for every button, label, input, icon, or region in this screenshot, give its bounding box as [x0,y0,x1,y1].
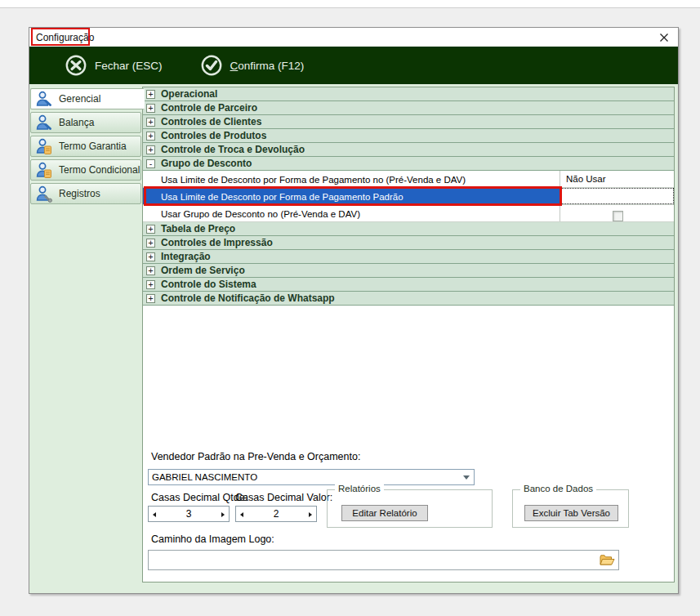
value-cell[interactable] [560,205,674,221]
tree-group-controles-produtos[interactable]: + Controles de Produtos [143,129,674,143]
logo-path-input[interactable] [148,550,619,570]
tree-group-label: Controle de Notificação de Whatsapp [161,292,335,304]
configuracao-dialog: Configuração Fechar (ESC) Confirma (F12) [29,27,679,594]
title-bar: Configuração [29,28,678,47]
tree-group-grupo-desconto[interactable]: - Grupo de Desconto [143,157,674,171]
top-strip [0,0,700,8]
fechar-button[interactable]: Fechar (ESC) [65,54,163,77]
decimal-qty-value: 3 [186,508,192,520]
main-panel: + Operacional + Controle de Parceiro + C… [142,87,675,583]
dialog-body: Gerencial Balança Termo Garantia [29,84,678,593]
tab-termo-garantia[interactable]: Termo Garantia [30,136,141,157]
expand-icon[interactable]: + [146,294,155,303]
tree-item-label: Usa Limite de Desconto por Forma de Paga… [161,174,558,185]
close-button[interactable] [657,30,671,44]
tab-label: Gerencial [59,93,100,105]
tree-group-label: Controles de Clientes [161,116,261,127]
spinner-right-arrow-icon[interactable] [221,512,225,517]
check-circle-icon [200,54,223,77]
tree-group-label: Controles de Impressão [161,237,273,248]
expand-icon[interactable]: + [146,132,155,141]
tree-item-limite-desconto-padrao[interactable]: Usa Limite de Desconto por Forma de Paga… [143,188,674,205]
confirma-label: Confirma (F12) [230,60,305,72]
expand-icon[interactable]: + [146,90,155,99]
decimal-qty-stepper[interactable]: 3 [148,506,230,522]
tree-group-label: Tabela de Preço [161,223,235,234]
confirma-button[interactable]: Confirma (F12) [200,54,305,77]
tree-group-controles-impressao[interactable]: + Controles de Impressão [143,236,674,250]
value-cell[interactable] [560,188,674,204]
decimal-qty-label: Casas Decimal Qtde: [151,492,247,503]
open-folder-icon[interactable] [600,554,615,566]
sidebar-tabs: Gerencial Balança Termo Garantia [30,88,145,207]
tab-label: Termo Garantia [59,141,127,152]
tree-group-label: Integração [161,251,211,262]
expand-icon[interactable]: + [146,145,155,154]
tree-group-label: Controles de Produtos [161,130,266,141]
person-wrench-icon [35,185,53,203]
tree-group-integracao[interactable]: + Integração [143,250,674,264]
person-pencil-icon [35,90,53,108]
tree-group-label: Ordem de Serviço [161,265,245,276]
tree-group-controle-parceiro[interactable]: + Controle de Parceiro [143,101,674,115]
tab-termo-condicional[interactable]: Termo Condicional [30,159,141,181]
tree-group-label: Operacional [161,88,217,100]
vendor-select[interactable]: GABRIEL NASCIMENTO [148,469,475,485]
value-text: Não Usar [566,174,606,184]
tab-label: Termo Condicional [59,164,140,176]
value-cell[interactable]: Não Usar [560,171,674,187]
tab-label: Registros [59,188,100,199]
decimal-value-label: Casas Decimal Valor: [235,492,332,503]
tree-item-usar-grupo-desconto[interactable]: Usar Grupo de Desconto no (Pré-Venda e D… [143,205,674,222]
tree-group-controles-clientes[interactable]: + Controles de Clientes [143,115,674,129]
decimal-value-value: 2 [274,508,279,520]
decimal-value-stepper[interactable]: 2 [235,506,317,522]
vendor-label: Vendedor Padrão na Pre-Venda e Orçamento… [151,451,360,462]
tab-label: Balança [59,117,94,128]
spinner-left-arrow-icon[interactable] [153,512,156,517]
tree-group-tabela-preco[interactable]: + Tabela de Preço [143,222,674,236]
expand-icon[interactable]: + [146,239,155,248]
tab-gerencial[interactable]: Gerencial [30,88,145,109]
close-icon [659,33,669,42]
tree-item-limite-desconto-prevenda[interactable]: Usa Limite de Desconto por Forma de Paga… [143,171,674,188]
banco-dados-group-label: Banco de Dados [520,484,596,493]
tree-group-label: Controle de Troca e Devolução [161,144,305,155]
expand-icon[interactable]: + [146,280,155,289]
expand-icon[interactable]: + [146,104,155,113]
tab-registros[interactable]: Registros [30,183,141,204]
banco-dados-groupbox: Banco de Dados Excluir Tab Versão [512,489,629,528]
checkbox-unchecked[interactable] [613,211,623,221]
fechar-label: Fechar (ESC) [95,60,163,72]
spinner-right-arrow-icon[interactable] [309,512,312,517]
logo-path-label: Caminho da Imagem Logo: [151,533,274,545]
editar-relatorio-button[interactable]: Editar Relatório [341,505,428,521]
collapse-icon[interactable]: - [146,159,155,168]
toolbar: Fechar (ESC) Confirma (F12) [29,47,678,84]
tree-group-operacional[interactable]: + Operacional [143,87,674,101]
close-circle-icon [65,54,87,77]
tree-item-label: Usar Grupo de Desconto no (Pré-Venda e D… [161,208,558,220]
tree-group-label: Controle de Parceiro [161,102,257,114]
tree-group-label: Grupo de Desconto [161,158,252,169]
relatorios-groupbox: Relatórios Editar Relatório [327,489,493,528]
expand-icon[interactable]: + [146,118,155,127]
expand-icon[interactable]: + [146,252,155,261]
focused-cell-border [560,188,674,204]
window-title: Configuração [36,32,94,43]
person-document-icon [35,137,53,155]
spinner-left-arrow-icon[interactable] [240,512,243,517]
tree-group-label: Controle do Sistema [161,279,256,290]
excluir-tab-versao-button[interactable]: Excluir Tab Versão [524,505,618,521]
tree-group-notificacao-whatsapp[interactable]: + Controle de Notificação de Whatsapp [143,292,674,306]
person-pencil-icon [35,114,53,132]
tree-item-label: Usa Limite de Desconto por Forma de Paga… [161,191,558,203]
relatorios-group-label: Relatórios [335,484,384,493]
chevron-down-icon [463,475,470,480]
expand-icon[interactable]: + [146,225,155,234]
expand-icon[interactable]: + [146,266,155,275]
tab-balanca[interactable]: Balança [30,112,141,133]
tree-group-troca-devolucao[interactable]: + Controle de Troca e Devolução [143,143,674,157]
tree-group-controle-sistema[interactable]: + Controle do Sistema [143,278,674,292]
tree-group-ordem-servico[interactable]: + Ordem de Serviço [143,264,674,278]
